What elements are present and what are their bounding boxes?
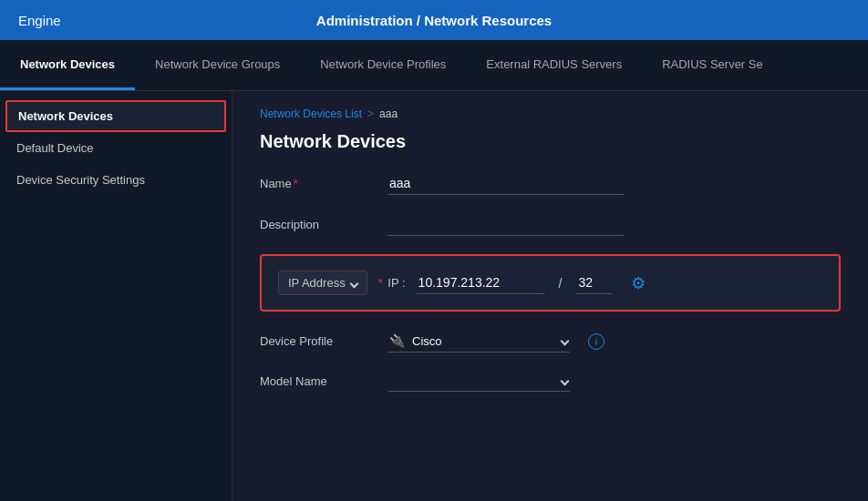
tab-network-device-profiles[interactable]: Network Device Profiles	[300, 40, 466, 90]
name-row: Name*	[260, 172, 841, 195]
device-profile-selector[interactable]: 🔌 Cisco	[388, 330, 570, 353]
sidebar-item-network-devices[interactable]: Network Devices	[5, 100, 226, 132]
breadcrumb-current: aaa	[379, 107, 398, 120]
device-profile-row: Device Profile 🔌 Cisco i	[260, 330, 841, 353]
ip-address-box: IP Address * IP : / ⚙	[260, 254, 841, 312]
model-name-chevron-icon	[562, 374, 568, 387]
device-profile-chevron-icon	[562, 334, 568, 347]
model-name-label: Model Name	[260, 374, 369, 388]
description-label: Description	[260, 218, 369, 231]
ip-slash: /	[559, 276, 563, 291]
tab-network-device-groups[interactable]: Network Device Groups	[135, 40, 300, 90]
description-row: Description	[260, 213, 841, 236]
ip-type-selector[interactable]: IP Address	[278, 271, 367, 295]
ip-type-label: IP Address	[288, 276, 346, 290]
content-area: Network Devices List > aaa Network Devic…	[232, 91, 868, 501]
sidebar: Network Devices Default Device Device Se…	[0, 91, 232, 501]
name-label: Name*	[260, 177, 369, 190]
ip-input[interactable]	[417, 271, 544, 294]
device-profile-icon: 🔌	[389, 333, 405, 348]
app-name: Engine	[18, 13, 61, 28]
ip-label: * IP :	[378, 276, 406, 290]
sidebar-item-default-device[interactable]: Default Device	[0, 132, 232, 164]
tab-network-devices[interactable]: Network Devices	[0, 40, 135, 90]
page-title: Network Devices	[260, 131, 841, 152]
tab-external-radius-servers[interactable]: External RADIUS Servers	[466, 40, 642, 90]
device-profile-label: Device Profile	[260, 334, 369, 348]
breadcrumb-separator: >	[367, 107, 374, 120]
info-icon[interactable]: i	[588, 333, 604, 350]
name-input[interactable]	[388, 172, 625, 195]
description-input[interactable]	[388, 213, 625, 236]
breadcrumb: Network Devices List > aaa	[260, 107, 841, 120]
model-name-row: Model Name	[260, 371, 841, 392]
header: Engine Administration / Network Resource…	[0, 0, 868, 40]
header-title: Administration / Network Resources	[316, 13, 552, 28]
gear-icon[interactable]: ⚙	[631, 273, 646, 293]
sidebar-item-device-security-settings[interactable]: Device Security Settings	[0, 164, 232, 196]
ip-prefix-input[interactable]	[576, 271, 613, 294]
breadcrumb-link[interactable]: Network Devices List	[260, 107, 362, 120]
device-profile-value: Cisco	[412, 334, 554, 348]
main-layout: Network Devices Default Device Device Se…	[0, 91, 868, 501]
tab-radius-server-se[interactable]: RADIUS Server Se	[642, 40, 783, 90]
model-name-selector[interactable]	[388, 371, 570, 392]
ip-type-chevron-icon	[351, 276, 357, 290]
tab-bar: Network Devices Network Device Groups Ne…	[0, 40, 868, 91]
